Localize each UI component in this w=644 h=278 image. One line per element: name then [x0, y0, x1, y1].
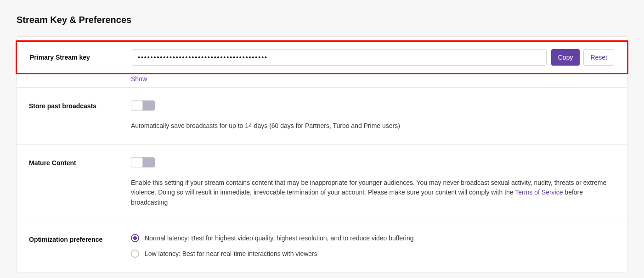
section-stream-key: Primary Stream key Copy Reset Show	[17, 40, 627, 88]
radio-icon	[131, 234, 139, 242]
radio-icon	[131, 250, 139, 258]
copy-button[interactable]: Copy	[551, 49, 580, 66]
store-broadcasts-toggle[interactable]	[131, 100, 155, 111]
radio-low-label: Low latency: Best for near real-time int…	[145, 250, 317, 257]
page-title: Stream Key & Preferences	[17, 15, 627, 25]
highlight-box: Primary Stream key Copy Reset	[16, 40, 628, 74]
section-optimization: Optimization preference Normal latency: …	[17, 221, 627, 272]
toggle-knob	[131, 100, 143, 111]
store-broadcasts-description: Automatically save broadcasts for up to …	[131, 121, 615, 131]
optimization-label: Optimization preference	[29, 234, 131, 243]
reset-button[interactable]: Reset	[583, 49, 614, 66]
radio-normal-latency[interactable]: Normal latency: Best for highest video q…	[131, 234, 615, 242]
toggle-knob	[131, 157, 143, 167]
preferences-panel: Primary Stream key Copy Reset Show Store…	[17, 36, 627, 273]
mature-content-label: Mature Content	[29, 157, 131, 167]
mature-content-description: Enable this setting if your stream conta…	[131, 178, 615, 208]
show-link[interactable]: Show	[131, 75, 147, 83]
stream-key-label: Primary Stream key	[30, 54, 132, 61]
section-mature-content: Mature Content Enable this setting if yo…	[17, 145, 627, 221]
radio-normal-label: Normal latency: Best for highest video q…	[145, 234, 414, 242]
store-broadcasts-label: Store past broadcasts	[29, 100, 131, 110]
section-store-broadcasts: Store past broadcasts Automatically save…	[17, 88, 627, 145]
mature-content-toggle[interactable]	[131, 157, 155, 167]
radio-low-latency[interactable]: Low latency: Best for near real-time int…	[131, 250, 615, 258]
stream-key-input[interactable]	[132, 49, 547, 66]
terms-of-service-link[interactable]: Terms of Service	[515, 189, 563, 196]
